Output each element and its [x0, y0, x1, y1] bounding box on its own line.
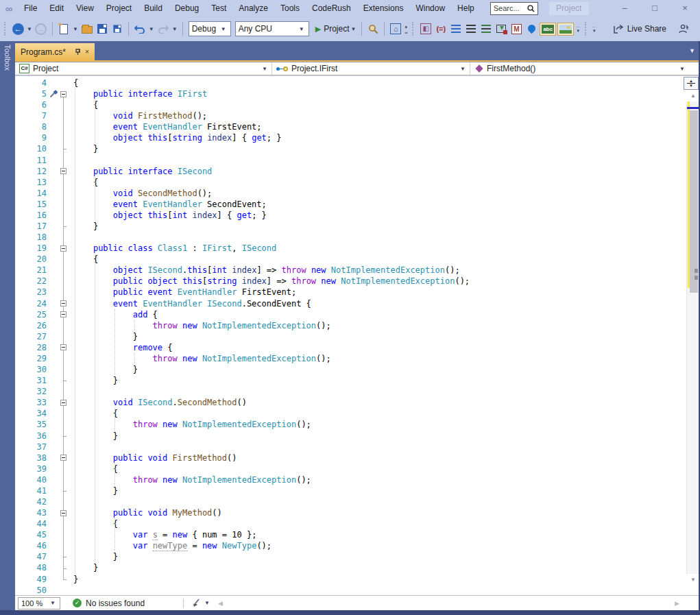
outlining-margin[interactable] [49, 210, 73, 221]
coderush-braces-button[interactable]: (=) [434, 21, 448, 37]
line-numbers-button[interactable] [449, 21, 463, 37]
code-line[interactable]: 10 } [15, 143, 700, 154]
code-line[interactable]: 45 var s = new { num = 10 }; [15, 529, 700, 540]
live-share-button[interactable]: Live Share [612, 21, 666, 37]
outlining-margin[interactable] [49, 540, 73, 551]
code-line[interactable]: 36 } [15, 431, 700, 442]
menu-item-help[interactable]: Help [451, 0, 481, 16]
code-line[interactable]: 38 public void FirstMethod() [15, 453, 700, 463]
member-list-button[interactable] [479, 21, 493, 37]
toolbar-options-toggle[interactable]: ··▾ [576, 25, 581, 32]
code-line[interactable]: 27 } [15, 331, 700, 342]
outlining-margin[interactable] [49, 99, 73, 110]
outlining-margin[interactable] [49, 453, 73, 463]
format-lines-button[interactable] [464, 21, 478, 37]
collapse-box[interactable] [60, 300, 67, 306]
menu-item-tools[interactable]: Tools [274, 0, 306, 16]
toolbar-grip[interactable] [412, 22, 415, 36]
collapse-box[interactable] [60, 311, 67, 317]
outlining-margin[interactable] [49, 320, 73, 331]
menu-item-edit[interactable]: Edit [43, 0, 70, 16]
outlining-margin[interactable] [49, 177, 73, 188]
outlining-margin[interactable] [49, 132, 73, 143]
outlining-margin[interactable] [49, 276, 73, 287]
member-dropdown[interactable]: FirstMethod() ▼ [470, 62, 700, 75]
outlining-margin[interactable] [49, 353, 73, 364]
outlining-margin[interactable] [49, 431, 73, 442]
code-line[interactable]: 48 } [15, 562, 700, 573]
coderush-cube-button[interactable]: ◧ [419, 21, 433, 37]
find-in-files-button[interactable] [366, 21, 380, 37]
code-line[interactable]: 4{ [15, 77, 700, 88]
code-cleanup-caret-icon[interactable]: ▼ [204, 600, 210, 606]
code-line[interactable]: 11 [15, 155, 700, 166]
outlining-margin[interactable] [49, 507, 73, 518]
outlining-margin[interactable] [49, 88, 73, 99]
code-line[interactable]: 25 add { [15, 309, 700, 320]
outlining-margin[interactable] [49, 309, 73, 320]
outlining-margin[interactable] [49, 331, 73, 342]
feedback-button[interactable] [677, 21, 690, 37]
outlining-margin[interactable] [49, 485, 73, 496]
vertical-scrollbar[interactable]: ▲▼ ▲ ▼ [686, 76, 699, 595]
margin-toggle-button[interactable]: ▾‗ [405, 25, 408, 32]
collapse-box[interactable] [60, 344, 67, 350]
scroll-left-arrow-icon[interactable]: ◀ [218, 600, 223, 607]
redo-dropdown-caret-icon[interactable]: ▼ [172, 26, 178, 32]
code-line[interactable]: 30 } [15, 364, 700, 375]
undo-button[interactable] [133, 21, 147, 37]
outlining-margin[interactable] [49, 442, 73, 453]
tab-program-cs[interactable]: Program.cs* × [15, 43, 95, 60]
code-line[interactable]: 23 public event EventHandler FirstEvent; [15, 287, 700, 298]
code-line[interactable]: 8 event EventHandler FirstEvent; [15, 121, 700, 132]
outlining-margin[interactable] [49, 298, 73, 309]
code-line[interactable]: 9 object this[string index] { get; } [15, 132, 700, 143]
outlining-margin[interactable] [49, 188, 73, 199]
code-line[interactable]: 50 [15, 585, 700, 595]
outlining-margin[interactable] [49, 265, 73, 276]
menu-item-test[interactable]: Test [205, 0, 232, 16]
scroll-up-arrow-icon[interactable]: ▲ [690, 93, 696, 99]
collapse-box[interactable] [60, 510, 67, 516]
outlining-margin[interactable] [49, 155, 73, 166]
menu-item-coderush[interactable]: CodeRush [306, 0, 357, 16]
minimize-button[interactable]: – [610, 0, 640, 16]
menu-item-build[interactable]: Build [138, 0, 169, 16]
editor-split-handle[interactable]: ▲▼ [684, 77, 699, 90]
navigate-back-button[interactable]: ← [11, 21, 25, 37]
open-file-button[interactable] [80, 21, 94, 37]
code-editor[interactable]: 4{5 public interface IFirst6 {7 void Fir… [15, 76, 700, 595]
collapse-box[interactable] [60, 455, 67, 461]
code-line[interactable]: 12 public interface ISecond [15, 166, 700, 177]
solution-platform-dropdown[interactable]: Any CPU▼ [235, 21, 309, 36]
navigate-home-button[interactable]: ⌂ [389, 21, 402, 37]
screwdriver-icon[interactable] [49, 90, 58, 98]
code-line[interactable]: 34 { [15, 408, 700, 419]
outlining-margin[interactable] [49, 386, 73, 397]
menu-item-file[interactable]: File [18, 0, 43, 16]
code-line[interactable]: 29 throw new NotImplementedException(); [15, 353, 700, 364]
code-line[interactable]: 44 { [15, 518, 700, 529]
pin-icon[interactable] [75, 48, 82, 56]
save-button[interactable] [95, 21, 109, 37]
rich-comments-toggle[interactable] [557, 23, 574, 36]
code-line[interactable]: 26 throw new NotImplementedException(); [15, 320, 700, 331]
new-file-dropdown-caret-icon[interactable]: ▼ [73, 26, 78, 32]
code-line[interactable]: 6 { [15, 99, 700, 110]
code-line[interactable]: 20 { [15, 254, 700, 265]
outlining-margin[interactable] [49, 419, 73, 430]
start-debugging-button[interactable]: ▶ Project ▼ [315, 21, 358, 37]
search-box[interactable]: Searc... [490, 2, 538, 15]
menu-item-debug[interactable]: Debug [169, 0, 205, 16]
navigation-pin-button[interactable] [524, 21, 538, 37]
code-line[interactable]: 46 var newType = new NewType(); [15, 540, 700, 551]
outlining-margin[interactable] [49, 474, 73, 485]
outlining-margin[interactable] [49, 585, 73, 595]
outlining-margin[interactable] [49, 121, 73, 132]
code-line[interactable]: 7 void FirstMethod(); [15, 110, 700, 121]
code-line[interactable]: 47 } [15, 551, 700, 562]
markers-button[interactable]: M [509, 21, 523, 37]
outlining-margin[interactable] [49, 408, 73, 419]
code-line[interactable]: 28 remove { [15, 342, 700, 353]
menu-item-view[interactable]: View [70, 0, 100, 16]
